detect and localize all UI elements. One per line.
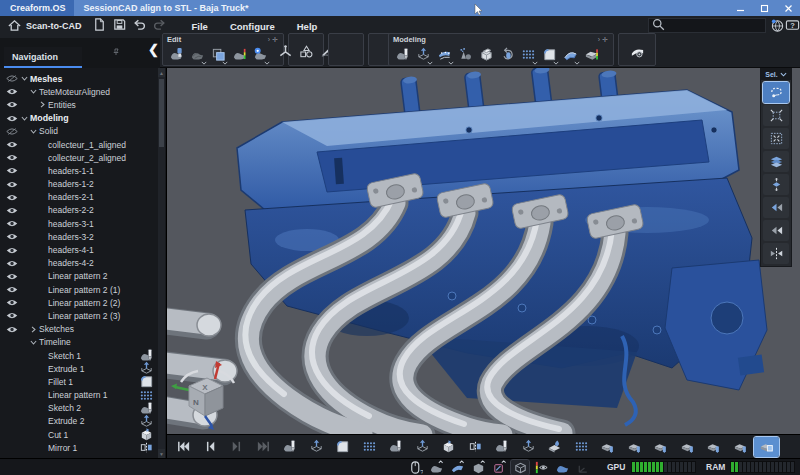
cut-button[interactable] xyxy=(436,437,461,457)
engine-model[interactable]: X N xyxy=(167,68,800,434)
visibility-eye-icon[interactable] xyxy=(5,259,19,268)
tree-row[interactable]: TeteMoteurAligned xyxy=(0,85,166,98)
search-input[interactable] xyxy=(665,19,759,33)
help-feedback-button[interactable]: ? xyxy=(785,18,800,37)
menu-help[interactable]: Help xyxy=(297,21,318,32)
surface-fit-button[interactable] xyxy=(434,45,454,64)
tree-row[interactable]: Sketch 1 xyxy=(0,349,166,362)
push-button[interactable] xyxy=(701,437,726,457)
diamond-arrows-button[interactable] xyxy=(763,174,789,195)
visibility-eye-icon[interactable] xyxy=(5,114,19,123)
mirror-op-button[interactable] xyxy=(463,437,488,457)
face-edit-button[interactable] xyxy=(754,437,779,457)
tree-row[interactable]: Modeling xyxy=(0,112,166,125)
fillet-button[interactable] xyxy=(330,437,355,457)
brush-mesh-button[interactable] xyxy=(166,45,186,64)
tree-row[interactable]: Cut 1 xyxy=(0,428,166,441)
step-fwd-button[interactable] xyxy=(224,437,249,457)
sweep-button[interactable] xyxy=(560,45,580,64)
tree-row[interactable]: collecteur_1_aligned xyxy=(0,138,166,151)
collapse-panel-button[interactable]: ❮ xyxy=(148,42,159,57)
cube-box-button[interactable] xyxy=(511,460,529,475)
tree-row[interactable]: Sketches xyxy=(0,323,166,336)
tree-chevron-icon[interactable] xyxy=(28,325,39,334)
visibility-eye-icon[interactable] xyxy=(5,325,19,334)
skip-start-button[interactable] xyxy=(171,437,196,457)
surface-up-button[interactable] xyxy=(448,460,466,475)
step-back-button[interactable] xyxy=(198,437,223,457)
mesh-rainbow-button[interactable] xyxy=(229,45,249,64)
pin-panel-icon[interactable] xyxy=(112,42,120,60)
menu-file[interactable]: File xyxy=(192,21,208,32)
tree-chevron-icon[interactable] xyxy=(28,338,39,347)
visibility-eye-icon[interactable] xyxy=(5,272,19,281)
visibility-eye-icon[interactable] xyxy=(5,100,19,109)
menu-configure[interactable]: Configure xyxy=(230,21,275,32)
pattern-button[interactable] xyxy=(569,437,594,457)
push-button[interactable] xyxy=(622,437,647,457)
tree-row[interactable]: headers-2-1 xyxy=(0,191,166,204)
tree-row[interactable]: Linear pattern 2 xyxy=(0,270,166,283)
copy-button[interactable] xyxy=(208,45,228,64)
extrude-button[interactable] xyxy=(410,437,435,457)
visibility-eye-icon[interactable] xyxy=(5,87,19,96)
sketch-button[interactable] xyxy=(489,437,514,457)
scan-to-cad-home-button[interactable]: Scan-to-CAD xyxy=(7,18,82,35)
undo-button[interactable] xyxy=(130,17,150,35)
tree-chevron-icon[interactable] xyxy=(28,127,39,136)
tree-row[interactable]: Fillet 1 xyxy=(0,375,166,388)
pattern-button[interactable] xyxy=(518,45,538,64)
visibility-eye-icon[interactable] xyxy=(5,206,19,215)
visibility-eye-icon[interactable] xyxy=(5,140,19,149)
tree-chevron-icon[interactable] xyxy=(19,114,30,123)
pattern-button[interactable] xyxy=(357,437,382,457)
scrollbar-thumb[interactable] xyxy=(159,79,164,147)
tree-row[interactable]: Linear pattern 2 (1) xyxy=(0,283,166,296)
revolve-button[interactable] xyxy=(497,45,517,64)
extrude-button[interactable] xyxy=(413,45,433,64)
tree-row[interactable]: Extrude 1 xyxy=(0,362,166,375)
tree-row[interactable]: headers-1-2 xyxy=(0,178,166,191)
visibility-eye-icon[interactable] xyxy=(5,180,19,189)
visibility-eye-icon[interactable] xyxy=(5,166,19,175)
tree-row[interactable]: Timeline xyxy=(0,336,166,349)
sketch-up-button[interactable] xyxy=(490,460,508,475)
visibility-eye-icon[interactable] xyxy=(5,74,19,83)
tree-chevron-icon[interactable] xyxy=(28,87,39,96)
tree-scrollbar[interactable]: ▲ ▼ xyxy=(158,68,165,458)
sketch-button[interactable] xyxy=(277,437,302,457)
axis-tripod-button[interactable] xyxy=(276,42,296,61)
selection-panel-header[interactable]: Sel. xyxy=(761,69,791,80)
mesh-up-button[interactable] xyxy=(427,460,445,475)
extrude-button[interactable] xyxy=(516,437,541,457)
tab-navigation[interactable]: Navigation xyxy=(4,47,82,68)
viewport-3d[interactable]: X N xyxy=(167,68,800,434)
tree-row[interactable]: Meshes xyxy=(0,72,166,85)
visibility-eye-icon[interactable] xyxy=(5,246,19,255)
boxcut-button[interactable] xyxy=(476,45,496,64)
axis-dim-button[interactable] xyxy=(574,460,592,475)
tree-chevron-icon[interactable] xyxy=(37,100,48,109)
push-button[interactable] xyxy=(675,437,700,457)
tree-row[interactable]: Solid xyxy=(0,125,166,138)
tree-row[interactable]: Linear pattern 2 (2) xyxy=(0,296,166,309)
sketch-button[interactable] xyxy=(392,45,412,64)
tree-row[interactable]: headers-3-2 xyxy=(0,230,166,243)
tree-row[interactable]: Entities xyxy=(0,98,166,111)
push-button[interactable] xyxy=(595,437,620,457)
new-session-button[interactable] xyxy=(90,17,110,35)
visibility-eye-icon[interactable] xyxy=(5,232,19,241)
extrude-button[interactable] xyxy=(304,437,329,457)
shapes-button[interactable] xyxy=(297,42,317,61)
fillet-button[interactable] xyxy=(539,45,559,64)
visibility-eye-icon[interactable] xyxy=(5,285,19,294)
visibility-eye-icon[interactable] xyxy=(5,153,19,162)
tree-row[interactable]: Linear pattern 1 xyxy=(0,389,166,402)
tree-chevron-icon[interactable] xyxy=(19,74,30,83)
tree-row[interactable]: headers-2-2 xyxy=(0,204,166,217)
save-button[interactable] xyxy=(110,17,130,35)
close-button[interactable] xyxy=(776,0,800,16)
push-button[interactable] xyxy=(648,437,673,457)
visibility-eye-icon[interactable] xyxy=(5,219,19,228)
sketch-button[interactable] xyxy=(383,437,408,457)
